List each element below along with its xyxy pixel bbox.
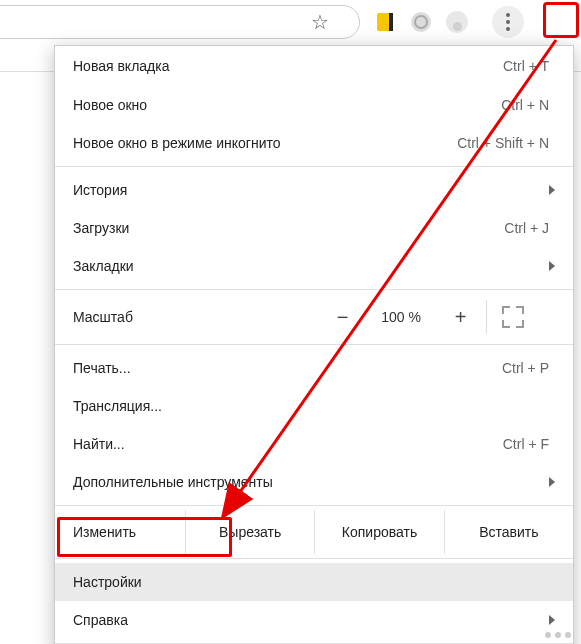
- main-menu: Новая вкладка Ctrl + T Новое окно Ctrl +…: [54, 45, 574, 644]
- menu-item-shortcut: Ctrl + F: [503, 436, 549, 452]
- edit-paste-button[interactable]: Вставить: [444, 510, 573, 554]
- menu-item-cast[interactable]: Трансляция...: [55, 387, 573, 425]
- browser-toolbar: ☆: [0, 0, 581, 44]
- menu-item-label: Трансляция...: [73, 398, 555, 414]
- menu-item-bookmarks[interactable]: Закладки: [55, 247, 573, 285]
- menu-item-new-window[interactable]: Новое окно Ctrl + N: [55, 86, 573, 124]
- zoom-value: 100 %: [366, 309, 436, 325]
- extension-yellow-icon[interactable]: [374, 11, 396, 33]
- edit-label: Изменить: [55, 510, 185, 554]
- star-icon[interactable]: ☆: [311, 10, 329, 34]
- menu-item-shortcut: Ctrl + T: [503, 58, 549, 74]
- menu-item-more-tools[interactable]: Дополнительные инструменты: [55, 463, 573, 501]
- menu-item-label: Настройки: [73, 574, 555, 590]
- menu-item-label: Новая вкладка: [73, 58, 503, 74]
- menu-item-shortcut: Ctrl + P: [502, 360, 549, 376]
- chevron-right-icon: [549, 261, 555, 271]
- edit-cut-button[interactable]: Вырезать: [185, 510, 314, 554]
- menu-item-find[interactable]: Найти... Ctrl + F: [55, 425, 573, 463]
- extension-gray-icon[interactable]: [410, 11, 432, 33]
- menu-item-new-tab[interactable]: Новая вкладка Ctrl + T: [55, 46, 573, 86]
- menu-item-label: Новое окно в режиме инкогнито: [73, 135, 457, 151]
- menu-item-label: Справка: [73, 612, 539, 628]
- edit-copy-button[interactable]: Копировать: [314, 510, 443, 554]
- zoom-in-button[interactable]: +: [436, 294, 484, 340]
- fullscreen-icon: [502, 306, 524, 328]
- menu-item-settings[interactable]: Настройки: [55, 563, 573, 601]
- menu-item-label: Новое окно: [73, 97, 501, 113]
- chevron-right-icon: [549, 615, 555, 625]
- menu-item-label: История: [73, 182, 539, 198]
- menu-separator: [55, 166, 573, 167]
- menu-item-print[interactable]: Печать... Ctrl + P: [55, 349, 573, 387]
- menu-item-label: Загрузки: [73, 220, 504, 236]
- menu-item-incognito[interactable]: Новое окно в режиме инкогнито Ctrl + Shi…: [55, 124, 573, 162]
- zoom-label: Масштаб: [73, 309, 318, 325]
- menu-item-history[interactable]: История: [55, 171, 573, 209]
- menu-separator: [55, 505, 573, 506]
- chevron-right-icon: [549, 185, 555, 195]
- avatar-icon[interactable]: [446, 11, 468, 33]
- chevron-right-icon: [549, 477, 555, 487]
- menu-item-downloads[interactable]: Загрузки Ctrl + J: [55, 209, 573, 247]
- extension-icons: [374, 6, 524, 38]
- menu-item-shortcut: Ctrl + N: [501, 97, 549, 113]
- menu-item-label: Закладки: [73, 258, 539, 274]
- menu-separator: [55, 558, 573, 559]
- menu-item-edit-row: Изменить Вырезать Копировать Вставить: [55, 510, 573, 554]
- menu-item-shortcut: Ctrl + J: [504, 220, 549, 236]
- menu-item-label: Дополнительные инструменты: [73, 474, 539, 490]
- divider: [486, 300, 487, 334]
- menu-item-label: Найти...: [73, 436, 503, 452]
- menu-separator: [55, 289, 573, 290]
- menu-item-zoom: Масштаб − 100 % +: [55, 294, 573, 340]
- address-bar[interactable]: ☆: [0, 5, 360, 39]
- kebab-menu-button[interactable]: [492, 6, 524, 38]
- menu-item-shortcut: Ctrl + Shift + N: [457, 135, 549, 151]
- fullscreen-button[interactable]: [489, 294, 537, 340]
- menu-item-label: Печать...: [73, 360, 502, 376]
- menu-separator: [55, 344, 573, 345]
- zoom-out-button[interactable]: −: [318, 294, 366, 340]
- menu-item-help[interactable]: Справка: [55, 601, 573, 639]
- resize-handle-icon: [545, 632, 571, 638]
- dots-vertical-icon: [506, 13, 510, 31]
